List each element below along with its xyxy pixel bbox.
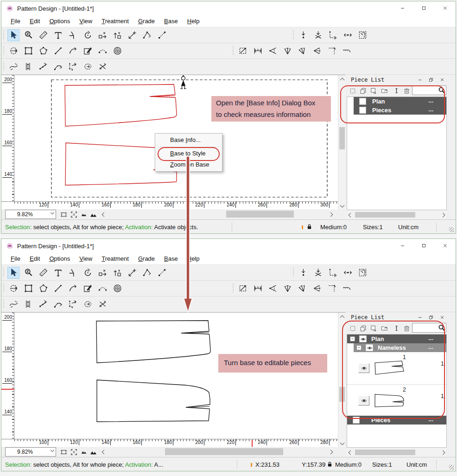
toolbar-grip[interactable] (3, 268, 4, 277)
width-measure-tool[interactable] (252, 45, 264, 57)
menu-grade[interactable]: Grade (133, 254, 159, 264)
maximize-button[interactable] (413, 239, 434, 252)
smooth-curve-tool[interactable] (7, 298, 19, 310)
align-point-tool[interactable] (297, 29, 309, 41)
pan-right-button[interactable] (327, 210, 336, 219)
dashed-curve-tool[interactable] (96, 45, 108, 57)
pan-left-button[interactable] (99, 448, 108, 456)
angle-move-tool[interactable] (126, 267, 138, 279)
zoom-level-combo[interactable]: 9.82% (5, 210, 56, 219)
frame-view-button[interactable] (59, 448, 68, 456)
menu-grade[interactable]: Grade (133, 16, 159, 26)
toolbar-grip[interactable] (293, 30, 294, 40)
target-tool[interactable] (111, 283, 123, 295)
transform-box-tool[interactable] (356, 29, 368, 41)
line-tool[interactable] (52, 45, 64, 57)
menu-view[interactable]: View (75, 254, 97, 264)
piece-list-hscrollbar[interactable] (347, 449, 447, 456)
pivot-fan-tool[interactable] (296, 45, 308, 57)
close-button[interactable] (434, 1, 456, 15)
area-measure-tool[interactable] (237, 45, 249, 57)
fan-measure-tool[interactable] (281, 283, 293, 295)
zoom-in-view-button[interactable] (89, 210, 98, 219)
editable-piece-top[interactable] (96, 321, 210, 363)
toolbar-grip[interactable] (3, 283, 4, 293)
angle-move-tool[interactable] (126, 29, 138, 41)
area-measure-tool[interactable] (237, 283, 249, 295)
split-points-tool[interactable] (37, 61, 49, 73)
scroll-thumb[interactable] (339, 127, 345, 149)
ruler-tool[interactable] (37, 267, 49, 279)
mirror-fan-tool[interactable] (311, 45, 323, 57)
scroll-down-button[interactable] (338, 202, 346, 210)
zoom-in-view-button[interactable] (89, 448, 98, 456)
menu-options[interactable]: Options (44, 254, 75, 264)
cross-measure-tool[interactable] (96, 298, 108, 310)
corner-line-tool[interactable] (341, 283, 353, 295)
move-y-tool[interactable] (111, 267, 123, 279)
scroll-right-button[interactable] (440, 449, 447, 456)
scroll-thumb[interactable] (355, 450, 415, 455)
scroll-right-button[interactable] (440, 211, 447, 219)
angle-measure-tool[interactable] (267, 45, 279, 57)
move-points-tool[interactable] (67, 61, 79, 73)
base-piece-top[interactable] (65, 84, 177, 126)
polygon-tool[interactable] (37, 45, 49, 57)
rectangle-tool[interactable] (22, 283, 34, 295)
rectangle-tool[interactable] (22, 45, 34, 57)
mirror-fan-tool[interactable] (311, 283, 323, 295)
edit-curve-tool[interactable] (82, 45, 94, 57)
transform-box-tool[interactable] (356, 267, 368, 279)
menu-options[interactable]: Options (44, 16, 75, 26)
toolbar-grip[interactable] (233, 46, 234, 56)
shape-arrows-tool[interactable] (82, 298, 94, 310)
align-point-tool[interactable] (297, 267, 309, 279)
corner-dotted-tool[interactable] (326, 283, 338, 295)
center-align-tool[interactable] (342, 29, 354, 41)
angle-measure-tool[interactable] (267, 283, 279, 295)
smooth-curve-tool[interactable] (7, 61, 19, 73)
menu-item-base-info[interactable]: Base Info... (155, 135, 222, 146)
fan-measure-tool[interactable] (281, 45, 293, 57)
zoom-out-view-button[interactable] (79, 210, 89, 219)
panel-restore-button[interactable] (427, 76, 435, 84)
scroll-up-button[interactable] (338, 75, 346, 83)
toolbar-grip[interactable] (293, 268, 294, 277)
scroll-down-button[interactable] (338, 440, 346, 447)
maximize-button[interactable] (413, 1, 434, 15)
resize-grip[interactable] (449, 227, 454, 232)
menu-help[interactable]: Help (183, 16, 204, 26)
cross-measure-tool[interactable] (96, 61, 108, 73)
canvas-hscroll-thumb[interactable] (165, 448, 283, 455)
menu-edit[interactable]: Edit (25, 254, 44, 264)
toolbar-grip[interactable] (3, 30, 4, 40)
pan-right-button[interactable] (327, 448, 336, 456)
panel-minimize-button[interactable] (416, 314, 424, 321)
close-button[interactable] (434, 239, 456, 252)
panel-restore-button[interactable] (427, 314, 435, 321)
edit-curve-tool[interactable] (82, 283, 94, 295)
toolbar-grip[interactable] (233, 283, 234, 293)
minimize-button[interactable] (392, 239, 413, 252)
move-x-tool[interactable] (96, 29, 108, 41)
fit-view-button[interactable] (69, 210, 78, 219)
corner-align-tool[interactable] (327, 267, 339, 279)
canvas-hscroll-thumb[interactable] (226, 211, 294, 218)
piece-list-hscrollbar[interactable] (347, 211, 447, 219)
rotate-tool[interactable] (82, 29, 94, 41)
menu-treatment[interactable]: Treatment (97, 254, 133, 264)
point-move-tool[interactable] (141, 267, 153, 279)
text-tool[interactable] (52, 29, 64, 41)
arc-points-tool[interactable] (52, 298, 64, 310)
collide-point-tool[interactable] (312, 267, 324, 279)
dashed-curve-tool[interactable] (96, 283, 108, 295)
toolbar-grip[interactable] (3, 62, 4, 71)
target-tool[interactable] (111, 45, 123, 57)
height-measure-tool[interactable] (22, 61, 34, 73)
menu-base[interactable]: Base (159, 16, 183, 26)
fit-view-button[interactable] (69, 448, 78, 456)
corner-dotted-tool[interactable] (326, 45, 338, 57)
corner-align-tool[interactable] (327, 29, 339, 41)
curve-tool[interactable] (67, 283, 79, 295)
width-measure-tool[interactable] (252, 283, 264, 295)
